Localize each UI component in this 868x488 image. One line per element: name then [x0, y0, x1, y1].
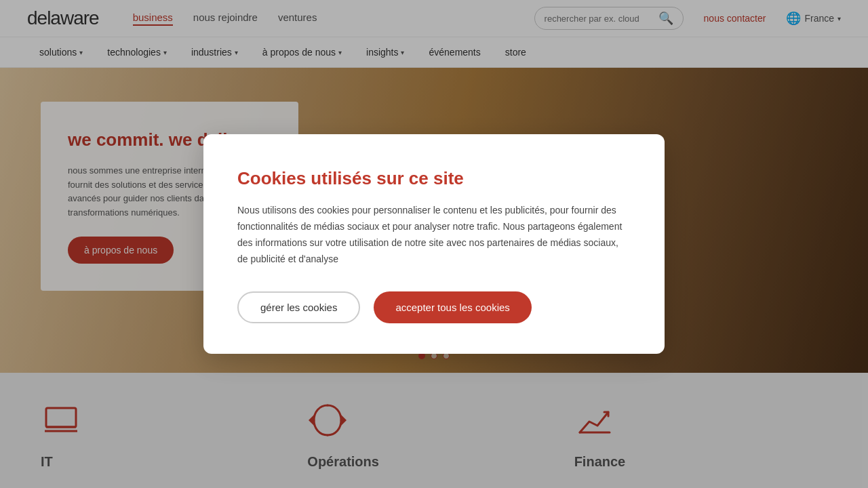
cookie-buttons: gérer les cookies accepter tous les cook…: [237, 291, 631, 323]
manage-cookies-button[interactable]: gérer les cookies: [237, 291, 360, 323]
cookie-overlay: Cookies utilisés sur ce site Nous utilis…: [0, 0, 868, 488]
accept-cookies-button[interactable]: accepter tous les cookies: [374, 291, 531, 323]
cookie-title: Cookies utilisés sur ce site: [237, 168, 631, 189]
cookie-text: Nous utilisons des cookies pour personna…: [237, 203, 631, 267]
cookie-modal: Cookies utilisés sur ce site Nous utilis…: [203, 134, 665, 353]
